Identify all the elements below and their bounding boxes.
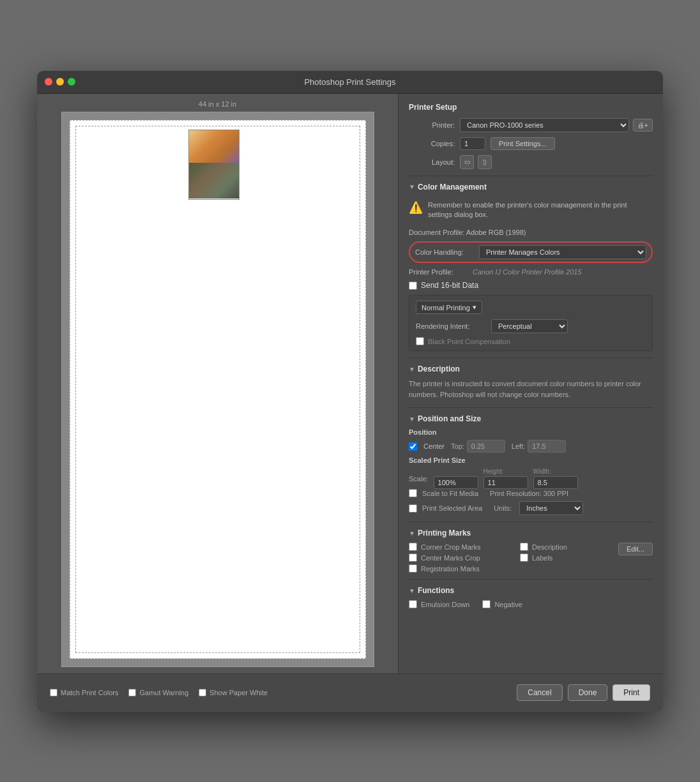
printer-select[interactable]: Canon PRO-1000 series: [460, 118, 629, 132]
black-point-label: Black Point Compensation: [428, 338, 510, 345]
registration-checkbox[interactable]: [409, 564, 417, 573]
printer-profile-label: Printer Profile:: [409, 268, 473, 276]
center-marks-checkbox[interactable]: [409, 553, 417, 562]
marks-row-with-edit: Corner Crop Marks Center Marks Crop Regi…: [409, 543, 653, 573]
close-button[interactable]: [45, 78, 52, 86]
printing-marks-section: ▼ Printing Marks Corner Crop Marks Cente…: [409, 529, 653, 573]
printer-add-button[interactable]: 🖨+: [633, 119, 653, 132]
collapse-arrow-color: ▼: [409, 183, 415, 190]
center-checkbox[interactable]: [409, 442, 417, 451]
scale-input[interactable]: [434, 476, 478, 489]
black-point-row: Black Point Compensation: [416, 337, 646, 345]
color-handling-select[interactable]: Printer Manages Colors: [479, 245, 646, 259]
collapse-arrow-desc: ▼: [409, 366, 415, 373]
position-size-section: ▼ Position and Size Position Center Top:…: [409, 414, 653, 515]
layout-icons: ▭ ▯: [460, 155, 492, 169]
printing-marks-header[interactable]: ▼ Printing Marks: [409, 529, 653, 538]
scale-to-fit-label: Scale to Fit Media: [422, 490, 478, 497]
copies-input[interactable]: [460, 137, 485, 150]
rendering-intent-select[interactable]: Perceptual: [491, 319, 568, 333]
top-input[interactable]: [467, 440, 505, 453]
printer-label: Printer:: [409, 121, 460, 129]
gamut-warning-checkbox[interactable]: [128, 689, 136, 696]
width-input[interactable]: [533, 476, 578, 489]
copies-label: Copies:: [409, 140, 460, 147]
print-selected-label: Print Selected Area: [422, 504, 482, 512]
position-size-title: Position and Size: [418, 414, 481, 423]
preview-canvas: [61, 112, 374, 667]
labels-mark-item: Labels: [520, 553, 618, 562]
color-handling-label: Color Handling:: [415, 248, 479, 256]
minimize-button[interactable]: [56, 78, 64, 86]
height-input[interactable]: [483, 476, 528, 489]
warning-icon: ⚠️: [409, 200, 423, 214]
normal-printing-row: Normal Printing ▾: [416, 301, 646, 314]
traffic-lights: [45, 78, 75, 86]
scale-row: Scale: Height: Width:: [409, 468, 653, 489]
bottom-bar: Match Print Colors Gamut Warning Show Pa…: [37, 673, 663, 712]
printer-setup-header: Printer Setup: [409, 103, 653, 112]
maximize-button[interactable]: [68, 78, 75, 86]
marks-left-col: Corner Crop Marks Center Marks Crop Regi…: [409, 543, 507, 573]
portrait-icon[interactable]: ▭: [460, 155, 474, 169]
scale-to-fit-checkbox[interactable]: [409, 489, 417, 497]
description-title: Description: [418, 365, 460, 373]
registration-label: Registration Marks: [421, 565, 480, 573]
functions-header[interactable]: ▼ Functions: [409, 586, 653, 595]
send-16bit-label: Send 16-bit Data: [421, 281, 478, 290]
preview-image: [188, 130, 240, 200]
preview-panel: 44 in x 12 in: [37, 94, 398, 673]
doc-profile-row: Document Profile: Adobe RGB (1998): [409, 229, 653, 236]
gamut-warning-label: Gamut Warning: [139, 689, 188, 696]
show-paper-white-checkbox[interactable]: [199, 689, 206, 696]
done-button[interactable]: Done: [568, 684, 608, 701]
photoshop-print-settings-window: Photoshop Print Settings 44 in x 12 in: [37, 71, 663, 712]
edit-button[interactable]: Edit...: [618, 543, 653, 555]
printer-profile-row: Printer Profile: Canon IJ Color Printer …: [409, 268, 653, 276]
gamut-warning-item: Gamut Warning: [128, 689, 188, 696]
description-mark-item: Description: [520, 543, 618, 551]
print-button[interactable]: Print: [612, 684, 650, 701]
layout-label: Layout:: [409, 158, 460, 166]
normal-printing-arrow: ▾: [473, 303, 476, 312]
units-select[interactable]: Inches: [519, 501, 583, 515]
match-print-colors-item: Match Print Colors: [50, 689, 118, 696]
landscape-icon[interactable]: ▯: [478, 155, 492, 169]
print-settings-button[interactable]: Print Settings...: [491, 137, 555, 150]
description-mark-label: Description: [532, 543, 567, 551]
emulsion-down-checkbox[interactable]: [409, 600, 417, 608]
match-print-colors-checkbox[interactable]: [50, 689, 57, 696]
functions-row: Emulsion Down Negative: [409, 600, 653, 608]
settings-panel: Printer Setup Printer: Canon PRO-1000 se…: [398, 94, 663, 673]
top-label: Top:: [451, 442, 464, 450]
description-header[interactable]: ▼ Description: [409, 365, 653, 373]
position-subheader: Position: [409, 428, 653, 436]
emulsion-down-item: Emulsion Down: [409, 600, 469, 608]
collapse-arrow-functions: ▼: [409, 587, 415, 594]
print-resolution-label: Print Resolution: 300 PPI: [490, 490, 568, 497]
send-16bit-row: Send 16-bit Data: [409, 281, 653, 290]
position-size-header[interactable]: ▼ Position and Size: [409, 414, 653, 423]
color-management-section: ▼ Color Management ⚠️ Remember to enable…: [409, 183, 653, 352]
cancel-button[interactable]: Cancel: [517, 684, 562, 701]
color-management-header[interactable]: ▼ Color Management: [409, 183, 653, 192]
preview-dashed-border: [75, 126, 360, 653]
black-point-checkbox[interactable]: [416, 337, 424, 345]
labels-mark-checkbox[interactable]: [520, 553, 528, 562]
left-input[interactable]: [528, 440, 566, 453]
warning-row: ⚠️ Remember to enable the printer's colo…: [409, 197, 653, 224]
collapse-arrow-pos: ▼: [409, 416, 415, 423]
rendering-intent-label: Rendering Intent:: [416, 322, 486, 330]
negative-checkbox[interactable]: [482, 600, 491, 608]
printer-setup-section: Printer Setup Printer: Canon PRO-1000 se…: [409, 103, 653, 169]
scale-label: Scale:: [409, 475, 429, 483]
printer-row: Printer: Canon PRO-1000 series 🖨+: [409, 118, 653, 132]
print-selected-checkbox[interactable]: [409, 504, 417, 513]
top-field: Top:: [451, 440, 505, 453]
show-paper-white-label: Show Paper White: [209, 689, 268, 696]
description-mark-checkbox[interactable]: [520, 543, 528, 551]
corner-crop-checkbox[interactable]: [409, 543, 417, 551]
printer-profile-value: Canon IJ Color Printer Profile 2015: [473, 268, 582, 276]
send-16bit-checkbox[interactable]: [409, 282, 417, 290]
normal-printing-dropdown[interactable]: Normal Printing ▾: [416, 301, 482, 314]
